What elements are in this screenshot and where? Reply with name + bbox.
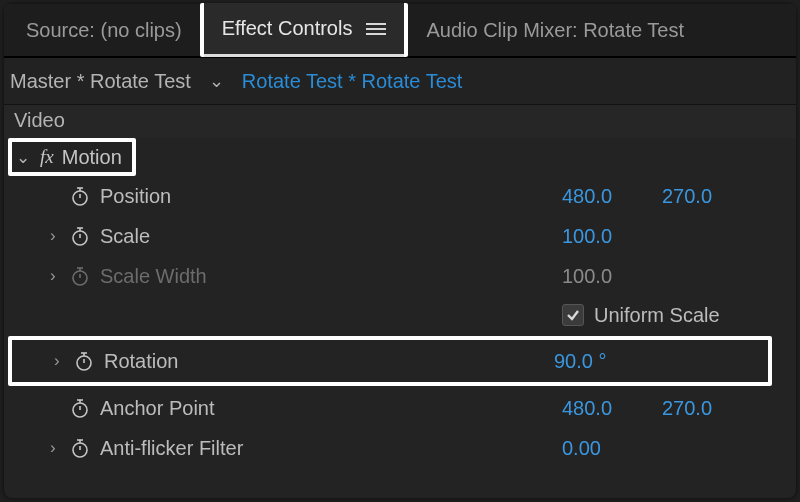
anchor-y-value[interactable]: 270.0: [662, 397, 762, 420]
clip-label[interactable]: Rotate Test * Rotate Test: [242, 70, 463, 93]
chevron-down-icon[interactable]: ⌄: [209, 70, 224, 92]
rotation-value[interactable]: 90.0 °: [554, 350, 606, 373]
master-label: Master * Rotate Test: [10, 70, 191, 93]
property-anti-flicker: › Anti-flicker Filter 0.00: [4, 428, 782, 468]
property-rotation: › Rotation 90.0 °: [12, 340, 768, 382]
chevron-right-icon[interactable]: ›: [50, 438, 66, 458]
panel-menu-icon[interactable]: [366, 22, 386, 36]
property-uniform-scale: Uniform Scale: [4, 296, 782, 334]
property-anchor-point: Anchor Point 480.0 270.0: [4, 388, 782, 428]
tab-audio-mixer[interactable]: Audio Clip Mixer: Rotate Test: [408, 3, 702, 57]
sequence-master-row: Master * Rotate Test ⌄ Rotate Test * Rot…: [4, 58, 796, 104]
stopwatch-icon[interactable]: [70, 226, 90, 246]
chevron-right-icon: ›: [50, 266, 66, 286]
stopwatch-icon[interactable]: [70, 186, 90, 206]
tab-bar: Source: (no clips) Effect Controls Audio…: [4, 4, 796, 58]
stopwatch-icon[interactable]: [70, 438, 90, 458]
property-position: Position 480.0 270.0: [4, 176, 782, 216]
tab-source[interactable]: Source: (no clips): [8, 3, 200, 57]
uniform-scale-label: Uniform Scale: [594, 304, 720, 327]
scale-width-value: 100.0: [562, 265, 662, 288]
fx-badge-icon: fx: [40, 146, 54, 168]
uniform-scale-checkbox[interactable]: Uniform Scale: [562, 304, 782, 327]
scale-label: Scale: [100, 225, 150, 248]
motion-section: ⌄ fx Motion Position 480.0 270.0 ›: [4, 138, 782, 468]
anchor-x-value[interactable]: 480.0: [562, 397, 662, 420]
stopwatch-icon[interactable]: [74, 351, 94, 371]
stopwatch-icon: [70, 266, 90, 286]
scale-value[interactable]: 100.0: [562, 225, 662, 248]
position-y-value[interactable]: 270.0: [662, 185, 762, 208]
scale-width-label: Scale Width: [100, 265, 207, 288]
tab-source-label: Source: (no clips): [26, 19, 182, 42]
anchor-point-label: Anchor Point: [100, 397, 215, 420]
video-section-label: Video: [14, 109, 65, 131]
chevron-right-icon[interactable]: ›: [54, 351, 70, 371]
video-section-header: Video: [4, 104, 796, 138]
effect-controls-panel: Source: (no clips) Effect Controls Audio…: [4, 4, 796, 498]
chevron-right-icon[interactable]: ›: [50, 226, 66, 246]
anti-flicker-value[interactable]: 0.00: [562, 437, 601, 460]
chevron-down-icon[interactable]: ⌄: [16, 147, 30, 168]
anti-flicker-label: Anti-flicker Filter: [100, 437, 243, 460]
property-scale-width: › Scale Width 100.0: [4, 256, 782, 296]
stopwatch-icon[interactable]: [70, 398, 90, 418]
position-label: Position: [100, 185, 171, 208]
properties-area: ⌄ fx Motion Position 480.0 270.0 ›: [4, 138, 796, 468]
motion-label: Motion: [62, 146, 122, 169]
property-scale: › Scale 100.0: [4, 216, 782, 256]
tab-effect-controls[interactable]: Effect Controls: [200, 3, 409, 57]
tab-effect-controls-label: Effect Controls: [222, 17, 353, 40]
position-x-value[interactable]: 480.0: [562, 185, 662, 208]
motion-effect-header[interactable]: ⌄ fx Motion: [8, 138, 136, 176]
rotation-label: Rotation: [104, 350, 179, 373]
checkbox-icon: [562, 304, 584, 326]
tab-audio-mixer-label: Audio Clip Mixer: Rotate Test: [426, 19, 684, 42]
property-rotation-highlight: › Rotation 90.0 °: [8, 336, 772, 386]
